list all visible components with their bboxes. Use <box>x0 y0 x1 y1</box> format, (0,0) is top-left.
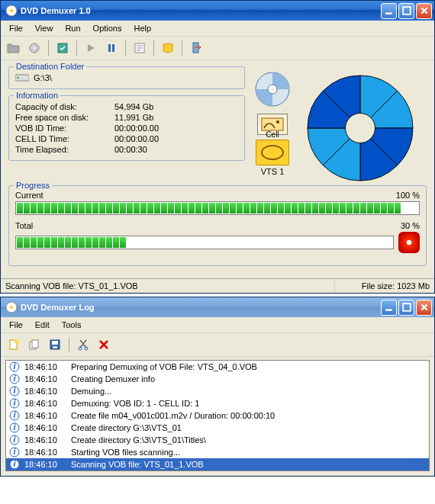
svg-rect-24 <box>403 303 411 311</box>
toolbar-separator <box>48 40 49 56</box>
log-msg: Creating Demuxer info <box>71 374 426 384</box>
menu-run[interactable]: Run <box>60 22 85 34</box>
svg-point-19 <box>346 114 375 143</box>
toolbar-separator <box>69 337 69 352</box>
open-disc-button[interactable] <box>25 39 44 57</box>
log-row[interactable]: i18:46:10Demuing... <box>6 385 429 397</box>
log-msg: Create directory G:\3\VTS_01 <box>71 423 426 432</box>
status-left: Scanning VOB file: VTS_01_1.VOB <box>1 279 335 293</box>
log-time: 18:46:10 <box>24 460 66 469</box>
log-delete-button[interactable] <box>95 335 113 354</box>
log-row[interactable]: i18:46:10Scanning VOB file: VTS_01_1.VOB <box>6 458 429 470</box>
info-label: VOB ID Time: <box>15 124 114 133</box>
settings-button[interactable] <box>53 39 72 57</box>
info-icon: i <box>9 410 20 421</box>
log-save-button[interactable] <box>46 335 64 354</box>
progress-legend: Progress <box>14 181 52 190</box>
open-folder-button[interactable] <box>5 39 23 57</box>
log-time: 18:46:10 <box>24 374 66 384</box>
total-progressbar <box>15 236 394 249</box>
log-time: 18:46:10 <box>24 362 66 371</box>
info-value: 11,991 Gb <box>114 113 238 122</box>
main-title: DVD Demuxer 1.0 <box>21 6 381 15</box>
svg-point-26 <box>14 339 19 344</box>
log-row[interactable]: i18:46:10Preparing Demuxing of VOB File:… <box>6 361 429 373</box>
log-msg: Scanning VOB file: VTS_01_1.VOB <box>71 460 426 469</box>
log-time: 18:46:10 <box>24 423 66 432</box>
main-content: Destination Folder G:\3\ Information Cap… <box>1 60 434 278</box>
log-menu-edit[interactable]: Edit <box>30 319 55 331</box>
help-button[interactable] <box>159 39 177 57</box>
info-label: Free space on disk: <box>15 113 114 122</box>
app-icon <box>5 5 18 17</box>
toolbar-separator <box>182 40 182 56</box>
log-menu-tools[interactable]: Tools <box>56 319 87 331</box>
cell-label: Cell <box>256 130 289 139</box>
current-pct: 100 % <box>396 191 420 200</box>
log-list[interactable]: i18:46:10Preparing Demuxing of VOB File:… <box>5 360 430 471</box>
log-row[interactable]: i18:46:10Creating Demuxer info <box>6 373 429 385</box>
total-label: Total <box>15 221 33 230</box>
svg-point-6 <box>34 47 36 50</box>
stop-button[interactable] <box>398 232 420 253</box>
close-button[interactable] <box>416 3 432 19</box>
info-label: Capacity of disk: <box>15 102 114 111</box>
total-pct: 30 % <box>401 221 420 230</box>
pie-chart <box>303 71 417 185</box>
vts-label: VTS 1 <box>256 167 289 176</box>
svg-point-16 <box>271 88 274 91</box>
menu-options[interactable]: Options <box>88 22 127 34</box>
info-icon: i <box>9 422 20 433</box>
log-maximize-button[interactable] <box>398 300 414 316</box>
log-time: 18:46:10 <box>24 399 66 408</box>
svg-rect-9 <box>112 44 114 52</box>
disc-icon <box>254 71 291 108</box>
minimize-button[interactable] <box>381 3 397 19</box>
log-msg: Demuxing: VOB ID: 1 - CELL ID: 1 <box>71 399 426 408</box>
log-menu-file[interactable]: File <box>4 319 28 331</box>
log-time: 18:46:10 <box>24 435 66 445</box>
log-cut-button[interactable] <box>74 335 92 354</box>
pause-button[interactable] <box>102 39 121 57</box>
app-icon <box>5 301 18 313</box>
main-toolbar <box>1 37 434 60</box>
current-progressbar <box>15 201 420 215</box>
log-new-button[interactable] <box>5 335 23 354</box>
main-menubar: File View Run Options Help <box>1 21 434 37</box>
info-label: CELL ID Time: <box>15 134 114 143</box>
log-copy-button[interactable] <box>25 335 44 354</box>
menu-help[interactable]: Help <box>129 22 157 34</box>
log-row[interactable]: i18:46:10Demuxing: VOB ID: 1 - CELL ID: … <box>6 397 429 409</box>
maximize-button[interactable] <box>398 3 414 19</box>
log-button[interactable] <box>130 39 149 57</box>
menu-view[interactable]: View <box>30 22 59 34</box>
info-icon: i <box>9 386 20 396</box>
toolbar-separator <box>153 40 154 56</box>
log-close-button[interactable] <box>416 300 432 316</box>
info-icon: i <box>9 398 20 409</box>
log-row[interactable]: i18:46:10Create file m04_v001c001.m2v / … <box>6 409 429 422</box>
vts-icon[interactable] <box>256 140 289 165</box>
info-label: Time Elapsed: <box>15 145 114 154</box>
log-window: DVD Demuxer Log File Edit Tools i18:46:1… <box>0 297 435 477</box>
play-button[interactable] <box>82 39 100 57</box>
menu-file[interactable]: File <box>4 22 28 34</box>
info-icon: i <box>9 447 20 457</box>
svg-rect-31 <box>53 346 57 348</box>
exit-button[interactable] <box>187 39 205 57</box>
log-minimize-button[interactable] <box>381 300 397 316</box>
log-title: DVD Demuxer Log <box>21 303 381 312</box>
svg-rect-28 <box>32 340 38 348</box>
destination-path: G:\3\ <box>34 73 52 82</box>
svg-rect-23 <box>385 309 392 310</box>
log-row[interactable]: i18:46:10Create directory G:\3\VTS_01 <box>6 422 429 434</box>
info-icon: i <box>9 435 20 445</box>
information-legend: Information <box>14 91 60 100</box>
info-icon: i <box>9 374 20 384</box>
log-row[interactable]: i18:46:10Starting VOB files scanning... <box>6 446 429 458</box>
progress-fieldset: Progress Current 100 % Total 30 % <box>8 185 427 266</box>
log-row[interactable]: i18:46:10Create directory G:\3\VTS_01\Ti… <box>6 434 429 446</box>
main-titlebar[interactable]: DVD Demuxer 1.0 <box>1 1 434 21</box>
log-titlebar[interactable]: DVD Demuxer Log <box>1 297 434 317</box>
info-value: 00:00:00.00 <box>114 134 238 143</box>
